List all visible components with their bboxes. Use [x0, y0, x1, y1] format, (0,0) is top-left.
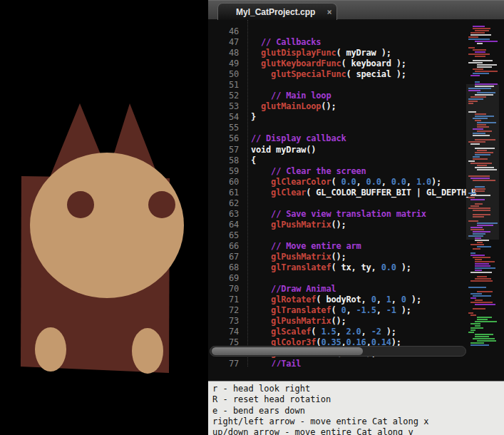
- minimap-line: [468, 36, 478, 38]
- minimap-line: [475, 41, 498, 42]
- line-number: 56: [208, 133, 247, 144]
- minimap-line: [473, 68, 483, 70]
- code-editor-window: Myl_CatProject.cpp × 4647484950515253545…: [208, 0, 504, 381]
- code-token-p: void myDraw(): [251, 145, 316, 155]
- minimap-line: [475, 270, 482, 271]
- minimap-line: [475, 30, 489, 31]
- minimap-line: [473, 26, 485, 27]
- horizontal-scrollbar-thumb[interactable]: [212, 347, 363, 355]
- line-number: 68: [208, 262, 247, 273]
- minimap-line: [477, 64, 497, 66]
- minimap-line: [475, 278, 491, 280]
- line-number: 59: [208, 166, 247, 177]
- code-token-p: ( myDraw );: [336, 48, 391, 58]
- minimap-line: [470, 323, 480, 324]
- minimap-line: [477, 276, 487, 277]
- code-token-p: ( keyboard );: [341, 58, 406, 68]
- tab-close-icon[interactable]: ×: [322, 7, 336, 17]
- minimap-line: [477, 246, 491, 247]
- code-token-p: [251, 69, 271, 79]
- console-line: right/left arrow - move entire Cat along…: [212, 416, 504, 427]
- line-number: 73: [208, 316, 247, 327]
- code-token-p: [251, 284, 271, 294]
- code-token-n: 0.0: [341, 177, 356, 187]
- line-number: 72: [208, 305, 247, 316]
- code-token-p: [251, 316, 271, 326]
- code-token-p: [251, 37, 261, 47]
- code-token-p: ,: [376, 295, 386, 304]
- code-token-n: 2.0: [346, 327, 361, 337]
- code-token-p: ();: [331, 316, 346, 326]
- minimap-line: [475, 300, 483, 301]
- tab-bar: Myl_CatProject.cpp ×: [208, 0, 504, 20]
- code-token-c: //Tail: [271, 359, 301, 367]
- code-token-fn: glRotatef: [271, 295, 316, 304]
- horizontal-scrollbar-track[interactable]: [210, 346, 466, 357]
- cat-paw-left: [35, 327, 66, 372]
- minimap-line: [468, 62, 483, 63]
- screen: Myl_CatProject.cpp × 4647484950515253545…: [0, 0, 504, 435]
- code-token-p: [251, 262, 271, 272]
- code-token-p: ();: [331, 252, 346, 262]
- cat-eye-right: [148, 191, 175, 218]
- minimap-line: [468, 287, 486, 288]
- minimap-line: [470, 280, 493, 282]
- minimap[interactable]: [466, 21, 499, 351]
- code-token-n: -1: [386, 305, 396, 315]
- code-token-n: 0: [341, 305, 346, 315]
- code-token-p: ,: [361, 327, 371, 337]
- minimap-line: [475, 259, 482, 260]
- minimap-line: [470, 34, 491, 36]
- code-token-p: );: [431, 177, 441, 187]
- minimap-line: [475, 334, 493, 335]
- minimap-line: [475, 56, 485, 57]
- minimap-line: [470, 75, 480, 76]
- code-token-n: 0: [401, 295, 406, 304]
- minimap-line: [468, 312, 473, 314]
- minimap-line: [477, 317, 492, 318]
- minimap-line: [473, 338, 495, 339]
- code-area[interactable]: 4647484950515253545556575859606162636465…: [208, 20, 504, 367]
- code-token-n: -2: [371, 327, 381, 337]
- code-token-p: [251, 166, 271, 176]
- code-text-column[interactable]: // Callbacks glutDisplayFunc( myDraw ); …: [247, 20, 504, 367]
- code-token-p: );: [406, 295, 421, 304]
- minimap-line: [475, 325, 480, 327]
- code-token-n: 1.0: [416, 177, 431, 187]
- minimap-line: [477, 43, 483, 44]
- code-token-p: [251, 58, 261, 68]
- minimap-line: [477, 340, 496, 342]
- editor-tab[interactable]: Myl_CatProject.cpp ×: [217, 3, 337, 21]
- minimap-line: [470, 272, 492, 273]
- code-token-p: [251, 295, 271, 304]
- code-token-p: ();: [331, 220, 346, 230]
- minimap-line: [475, 261, 495, 262]
- minimap-viewport-indicator[interactable]: [466, 84, 499, 240]
- minimap-line: [475, 336, 489, 337]
- minimap-line: [475, 265, 490, 267]
- console-output-panel: r - head look rightR - reset head rotati…: [208, 381, 504, 435]
- code-token-p: (: [331, 177, 341, 187]
- cat-eye-left: [67, 191, 94, 218]
- minimap-line: [475, 321, 497, 322]
- code-token-fn: glutSpecialFunc: [271, 69, 346, 79]
- line-number: 74: [208, 327, 247, 337]
- code-token-fn: glPushMatrix: [271, 252, 331, 262]
- code-token-p: {: [251, 155, 256, 165]
- minimap-line: [475, 263, 489, 265]
- minimap-line: [477, 319, 488, 320]
- minimap-line: [470, 302, 493, 303]
- minimap-line: [468, 47, 475, 48]
- code-line: //Tail: [251, 359, 504, 367]
- code-token-fn: glPushMatrix: [271, 316, 331, 326]
- minimap-line: [470, 314, 476, 316]
- code-token-fn: glScalef: [271, 327, 311, 337]
- code-token-c: // Main loop: [271, 91, 331, 101]
- line-number: 49: [208, 58, 247, 69]
- code-token-p: ,: [346, 305, 356, 315]
- code-token-c: // Display callback: [251, 133, 346, 143]
- code-token-p: ( tx, ty,: [331, 262, 381, 272]
- code-token-n: 0: [371, 295, 376, 304]
- minimap-line: [473, 295, 491, 297]
- code-token-p: ,: [381, 177, 391, 187]
